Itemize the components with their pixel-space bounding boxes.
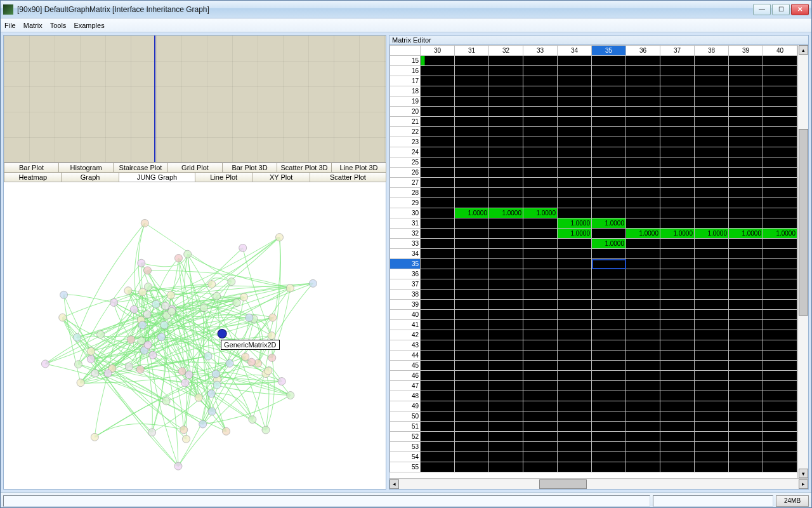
- svg-point-58: [87, 347, 95, 355]
- tab-bar-plot[interactable]: Bar Plot: [4, 163, 59, 172]
- status-message: [3, 495, 650, 507]
- tab-staircase-plot[interactable]: Staircase Plot: [113, 163, 168, 172]
- svg-point-43: [73, 333, 81, 341]
- tab-grid-plot[interactable]: Grid Plot: [167, 163, 223, 172]
- tab-scatter-plot-3d[interactable]: Scatter Plot 3D: [277, 163, 332, 172]
- svg-point-39: [125, 363, 133, 370]
- svg-point-52: [222, 427, 230, 435]
- svg-point-51: [246, 314, 253, 321]
- svg-point-53: [148, 429, 156, 436]
- tab-xy-plot[interactable]: XY Plot: [252, 172, 310, 182]
- svg-point-71: [239, 244, 247, 251]
- svg-point-18: [174, 462, 182, 470]
- app-icon: [3, 4, 13, 15]
- svg-point-17: [185, 371, 193, 378]
- right-pane: Matrix Editor 30313233343536373839401516…: [389, 35, 809, 490]
- overview-plot[interactable]: [4, 36, 386, 163]
- svg-point-27: [141, 219, 148, 227]
- svg-point-14: [268, 354, 276, 361]
- svg-point-10: [162, 398, 170, 405]
- svg-point-20: [160, 321, 168, 329]
- tab-jung-graph[interactable]: JUNG Graph: [119, 172, 195, 182]
- scroll-right-icon[interactable]: ▸: [799, 479, 808, 489]
- svg-point-77: [228, 278, 235, 286]
- svg-point-57: [178, 368, 186, 375]
- scroll-down-icon[interactable]: ▾: [799, 469, 808, 478]
- plot-cursor-line: [154, 36, 155, 162]
- scroll-up-icon[interactable]: ▴: [799, 45, 808, 55]
- svg-point-11: [199, 420, 207, 428]
- svg-point-35: [104, 370, 112, 377]
- menu-matrix[interactable]: Matrix: [23, 22, 43, 29]
- tab-heatmap[interactable]: Heatmap: [4, 172, 62, 182]
- statusbar: 24MB: [1, 492, 811, 508]
- tab-scatter-plot[interactable]: Scatter Plot: [310, 172, 386, 182]
- menu-file[interactable]: File: [4, 22, 16, 29]
- matrix-vscrollbar[interactable]: ▴ ▾: [797, 45, 808, 478]
- svg-point-29: [59, 314, 67, 321]
- tab-bar-plot-3d[interactable]: Bar Plot 3D: [222, 163, 277, 172]
- svg-point-85: [218, 329, 226, 338]
- svg-point-12: [124, 287, 132, 295]
- svg-point-83: [77, 379, 84, 387]
- window-title: [90x90] DefaultGraphMatrix [Interface In…: [17, 5, 753, 14]
- scroll-left-icon[interactable]: ◂: [390, 479, 399, 489]
- left-pane: Bar Plot Histogram Staircase Plot Grid P…: [3, 35, 386, 490]
- svg-point-36: [174, 255, 182, 262]
- svg-point-74: [87, 356, 95, 363]
- svg-point-84: [212, 370, 219, 378]
- svg-point-76: [247, 358, 255, 366]
- svg-point-60: [278, 378, 285, 385]
- svg-point-54: [213, 292, 221, 300]
- svg-point-38: [207, 390, 215, 398]
- svg-point-9: [143, 311, 151, 318]
- svg-point-0: [128, 336, 135, 344]
- svg-point-24: [74, 361, 82, 368]
- tab-line-plot-3d[interactable]: Line Plot 3D: [331, 163, 386, 172]
- matrix-grid[interactable]: 3031323334353637383940151617181920212223…: [390, 45, 797, 472]
- svg-point-16: [91, 370, 99, 377]
- svg-point-44: [60, 291, 68, 298]
- svg-point-31: [242, 353, 249, 361]
- svg-point-81: [268, 332, 275, 340]
- svg-point-64: [208, 281, 216, 288]
- minimize-button[interactable]: —: [753, 4, 771, 15]
- svg-point-65: [262, 426, 270, 434]
- svg-point-75: [233, 299, 240, 307]
- memory-indicator[interactable]: 24MB: [776, 495, 809, 507]
- menu-tools[interactable]: Tools: [50, 22, 67, 29]
- status-field: [653, 495, 773, 507]
- svg-point-78: [144, 341, 152, 349]
- svg-point-41: [138, 259, 145, 267]
- svg-point-79: [195, 394, 202, 401]
- svg-point-28: [204, 352, 212, 360]
- svg-point-61: [139, 321, 147, 329]
- svg-point-25: [287, 392, 294, 399]
- maximize-button[interactable]: ☐: [772, 4, 790, 15]
- tab-graph[interactable]: Graph: [61, 172, 119, 182]
- svg-point-22: [182, 435, 190, 443]
- tab-line-plot[interactable]: Line Plot: [195, 172, 252, 182]
- svg-point-42: [41, 360, 49, 368]
- matrix-editor-title: Matrix Editor: [390, 36, 808, 45]
- svg-point-69: [269, 314, 277, 321]
- svg-point-30: [157, 333, 165, 341]
- svg-point-67: [286, 284, 294, 292]
- svg-point-62: [184, 250, 192, 258]
- close-button[interactable]: ✕: [791, 4, 809, 15]
- svg-point-56: [138, 337, 145, 345]
- svg-point-70: [130, 305, 138, 313]
- svg-point-59: [149, 351, 157, 359]
- menubar: File Matrix Tools Examples: [1, 18, 811, 32]
- node-tooltip: GenericMatrix2D: [221, 340, 280, 350]
- menu-examples[interactable]: Examples: [74, 22, 104, 29]
- svg-point-82: [168, 307, 176, 315]
- svg-point-47: [96, 331, 104, 338]
- svg-point-50: [213, 381, 221, 389]
- matrix-hscrollbar[interactable]: ◂ ▸: [390, 478, 808, 489]
- svg-point-32: [200, 304, 207, 312]
- svg-point-21: [208, 408, 216, 415]
- tab-histogram[interactable]: Histogram: [58, 163, 114, 172]
- svg-point-1: [136, 366, 144, 373]
- graph-canvas[interactable]: GenericMatrix2D: [4, 182, 386, 489]
